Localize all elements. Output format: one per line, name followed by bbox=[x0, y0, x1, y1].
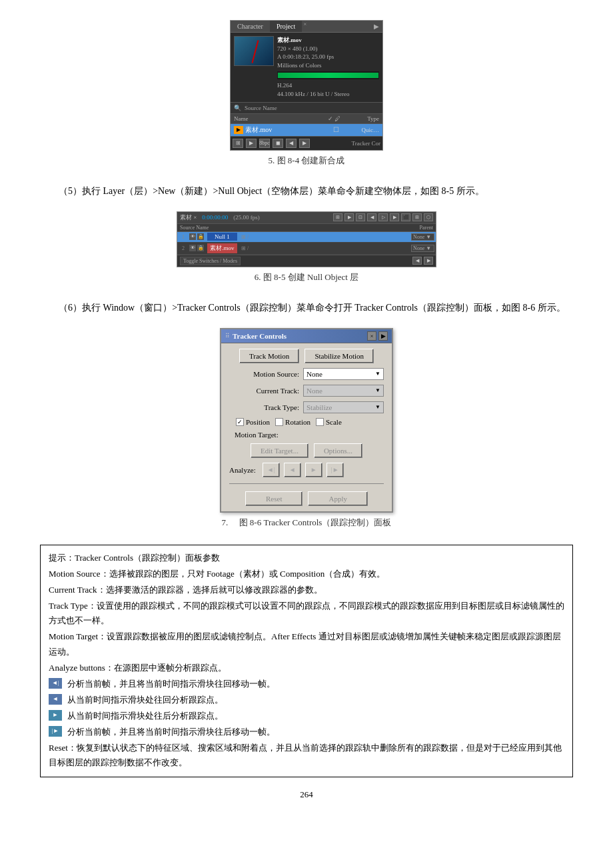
ae-layer-row-2[interactable]: 2 👁 🔒 素材.mov ⊞ / None ▼ bbox=[177, 243, 436, 255]
ae-tl-icon-4[interactable]: ◀ bbox=[367, 213, 376, 221]
figure-4-container: Character Project × ▶ 素材.mov 720 × 480 (… bbox=[40, 13, 573, 177]
info-analyze-rewind: ◄| 分析当前帧，并且将当前时间指示滑块往回移动一帧。 bbox=[49, 677, 564, 691]
figure-6-caption-text: 图 8-6 Tracker Controls（跟踪控制）面板 bbox=[239, 517, 392, 527]
figure-6-container: ⠿ Tracker Controls × ▶ Track Motion Stab… bbox=[40, 321, 573, 539]
tc-track-type-value: Stabilize bbox=[306, 403, 332, 411]
ae-file-list-header: Name ✓ 🖊 Type bbox=[231, 113, 382, 124]
ae-parent-dropdown-2[interactable]: None ▼ bbox=[411, 245, 434, 252]
tab-menu-arrow[interactable]: ▶ bbox=[370, 21, 382, 32]
ae-tl-time: 0:00:00:00 bbox=[202, 214, 228, 221]
figure-5: 素材 × 0:00:00:00 (25.00 fps) ⊞ ▶ ⊡ ◀ ▷ ▶ … bbox=[177, 211, 436, 287]
tab-character[interactable]: Character bbox=[231, 21, 270, 32]
stabilize-motion-button[interactable]: Stabilize Motion bbox=[305, 349, 374, 363]
tc-edit-target-row: Edit Target... Options... bbox=[229, 443, 384, 458]
ae-tl-icon-7[interactable]: ⬛ bbox=[401, 213, 410, 221]
tc-rotation-checkbox[interactable] bbox=[275, 418, 283, 426]
tc-track-type-dropdown[interactable]: Stabilize ▼ bbox=[303, 401, 384, 413]
ae-toggle-switches-btn[interactable]: Toggle Switches / Modes bbox=[180, 257, 241, 265]
ae-layer-eye-icon-2[interactable]: 👁 bbox=[189, 245, 196, 251]
ae-file-type-icon: ▶ bbox=[234, 126, 243, 134]
ae-tl-icon-8[interactable]: ⊞ bbox=[412, 213, 422, 221]
ae-layer-lock-icon-2[interactable]: 🔒 bbox=[197, 245, 204, 251]
tc-rotation-label: Rotation bbox=[285, 418, 310, 426]
tc-current-track-label: Current Track: bbox=[229, 387, 299, 395]
tc-reset-button[interactable]: Reset bbox=[245, 491, 303, 506]
ae-tl-icon-3[interactable]: ⊡ bbox=[356, 213, 365, 221]
ae-file-item[interactable]: ▶ 素材.mov ☐ Quic… bbox=[231, 124, 382, 136]
tc-motion-source-label: Motion Source: bbox=[229, 370, 299, 378]
ae-tl-btn-3[interactable]: 8bpc bbox=[259, 139, 270, 148]
tc-menu-button[interactable]: ▶ bbox=[378, 331, 388, 341]
ae-tl-btn-1[interactable]: ⊞ bbox=[233, 139, 243, 148]
ae-tl-icon-5[interactable]: ▷ bbox=[378, 213, 388, 221]
ae-layer-row-1[interactable]: 1 👁 🔒 Null 1 ⊞ / None ▼ bbox=[177, 232, 436, 243]
ae-preview-area: 素材.mov 720 × 480 (1.00) A 0:00:18:23, 25… bbox=[231, 33, 382, 102]
track-motion-button[interactable]: Track Motion bbox=[239, 349, 299, 363]
tc-divider bbox=[229, 483, 384, 484]
ae-tl-title: 素材 × bbox=[180, 213, 197, 222]
tc-track-type-arrow: ▼ bbox=[375, 404, 380, 410]
ae-tl-icon-1[interactable]: ⊞ bbox=[333, 213, 342, 221]
tc-options-button[interactable]: Options... bbox=[314, 443, 362, 458]
ae-tl-fps: (25.00 fps) bbox=[233, 214, 260, 221]
figure-6-caption: 7. 图 8-6 Tracker Controls（跟踪控制）面板 bbox=[222, 517, 392, 529]
analyze-fastforward-icon: |► bbox=[49, 726, 62, 737]
ae-layer-num-2: 2 bbox=[179, 245, 188, 251]
info-analyze-rewind-text: 分析当前帧，并且将当前时间指示滑块往回移动一帧。 bbox=[67, 677, 275, 691]
ae-tl-btn-4[interactable]: ◼ bbox=[273, 139, 283, 148]
tc-analyze-btn-fastforward[interactable]: |► bbox=[326, 463, 344, 477]
ae-parent-dropdown-1[interactable]: None ▼ bbox=[411, 233, 434, 241]
tc-analyze-btn-back[interactable]: ◄ bbox=[284, 463, 301, 477]
ae-file-type: Quic… bbox=[346, 127, 379, 133]
ae-tl-icon-2[interactable]: ▶ bbox=[344, 213, 354, 221]
tc-track-type-label: Track Type: bbox=[229, 403, 299, 411]
tc-close-button[interactable]: × bbox=[367, 331, 376, 341]
ae-layer-num-1: 1 bbox=[179, 234, 188, 240]
ae-tl-icon-9[interactable]: ⬡ bbox=[424, 213, 433, 221]
tc-analyze-btn-forward[interactable]: ► bbox=[305, 463, 322, 477]
ae-tracker-label: Tracker Cor bbox=[352, 140, 380, 147]
ae-waveform-bar bbox=[278, 73, 378, 78]
tc-position-checkbox[interactable] bbox=[236, 418, 244, 426]
tc-scale-checkbox[interactable] bbox=[316, 418, 324, 426]
tc-button-row: Track Motion Stabilize Motion bbox=[229, 349, 384, 363]
ae-project-panel: Character Project × ▶ 素材.mov 720 × 480 (… bbox=[230, 20, 383, 151]
ae-tl-btn-2[interactable]: ▶ bbox=[246, 139, 257, 148]
ae-file-info: 素材.mov 720 × 480 (1.00) A 0:00:18:23, 25… bbox=[277, 36, 379, 99]
tc-titlebar: ⠿ Tracker Controls × ▶ bbox=[221, 329, 392, 343]
tc-scale-label: Scale bbox=[326, 418, 342, 426]
ae-details2: A 0:00:18:23, 25.00 fps bbox=[277, 53, 379, 61]
paragraph-5: （5）执行 Layer（层）>New（新建）>Null Object（空物体层）… bbox=[40, 183, 573, 199]
tc-apply-button[interactable]: Apply bbox=[308, 491, 368, 506]
ae-tl-bottom-icon-1[interactable]: ◀ bbox=[412, 257, 422, 265]
analyze-back-icon: ◄ bbox=[49, 694, 62, 705]
tracker-controls-panel: ⠿ Tracker Controls × ▶ Track Motion Stab… bbox=[220, 328, 393, 513]
tc-analyze-btn-rewind[interactable]: ◄| bbox=[263, 463, 280, 477]
ae-layer-eye-icon[interactable]: 👁 bbox=[189, 233, 196, 240]
info-analyze-back-text: 从当前时间指示滑块处往回分析跟踪点。 bbox=[67, 693, 223, 707]
info-analyze-back: ◄ 从当前时间指示滑块处往回分析跟踪点。 bbox=[49, 693, 564, 707]
ae-tl-btn-6[interactable]: ▶ bbox=[299, 139, 310, 148]
tc-body: Track Motion Stabilize Motion Motion Sou… bbox=[221, 343, 392, 511]
tc-edit-target-button[interactable]: Edit Target... bbox=[251, 443, 308, 458]
ae-timeline-panel: 素材 × 0:00:00:00 (25.00 fps) ⊞ ▶ ⊡ ◀ ▷ ▶ … bbox=[177, 211, 436, 267]
ae-tl-bottom-icon-2[interactable]: ▶ bbox=[424, 257, 433, 265]
tc-motion-source-dropdown[interactable]: None ▼ bbox=[303, 368, 384, 380]
info-analyze-forward: ► 从当前时间指示滑块处往后分析跟踪点。 bbox=[49, 709, 564, 723]
ae-layer-lock-icon[interactable]: 🔒 bbox=[197, 233, 204, 240]
ae-timeline-area: ⊞ ▶ 8bpc ◼ ◀ ▶ Tracker Cor bbox=[231, 136, 382, 150]
tab-close: × bbox=[303, 21, 306, 32]
tc-current-track-dropdown[interactable]: None ▼ bbox=[303, 385, 384, 397]
page-number: 264 bbox=[300, 789, 313, 800]
tc-grip-icon: ⠿ bbox=[225, 333, 230, 339]
ae-layer-parent-1: None ▼ bbox=[411, 233, 434, 241]
ae-layer-icons-2: 👁 🔒 bbox=[189, 245, 204, 251]
ae-tl-btn-5[interactable]: ◀ bbox=[286, 139, 297, 148]
ae-col-name: Name bbox=[234, 115, 322, 122]
info-box-title: 提示：Tracker Controls（跟踪控制）面板参数 bbox=[49, 551, 564, 565]
ae-tl-icon-6[interactable]: ▶ bbox=[390, 213, 399, 221]
ae-layer-props-1: ⊞ / bbox=[241, 234, 249, 240]
ae-layer-icons-1: 👁 🔒 bbox=[189, 233, 204, 240]
figure-4-caption: 5. 图 8-4 创建新合成 bbox=[269, 155, 345, 167]
tab-project[interactable]: Project bbox=[270, 21, 302, 32]
